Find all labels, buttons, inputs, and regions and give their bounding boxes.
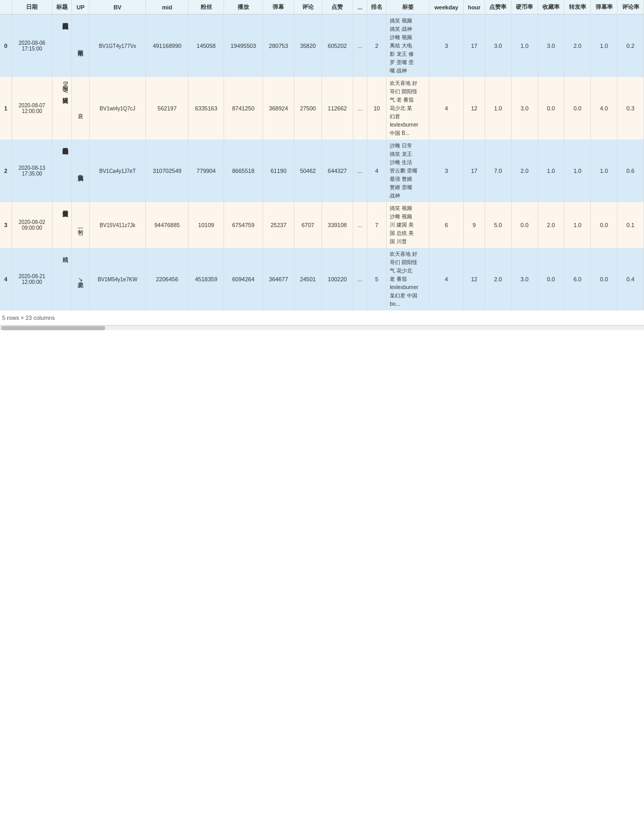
table-header-row: 日期 标题 UP BV mid 粉丝 播放 弹幕 评论 点赞 ... 排名 标签… <box>0 0 644 15</box>
table-cell: 94476885 <box>145 202 188 248</box>
table-cell: 19495503 <box>224 15 263 78</box>
table-cell: 8741250 <box>224 77 263 140</box>
table-cell: 3 <box>0 202 12 248</box>
table-cell-up: 演员管云鹏 <box>72 140 90 202</box>
table-cell: 0.2 <box>617 15 644 78</box>
table-cell: 4 <box>0 248 12 310</box>
table-cell: 12 <box>464 248 485 310</box>
col-header-coin-rate: 硬币率 <box>511 0 538 15</box>
table-cell: 2.0 <box>511 140 538 202</box>
table-cell: 17 <box>464 15 485 78</box>
table-cell: 779904 <box>189 140 224 202</box>
row-column-summary: 5 rows × 23 columns <box>2 315 55 321</box>
table-cell: 5 <box>367 248 387 310</box>
table-cell-title: 戏精 <box>52 248 72 310</box>
col-header-bv: BV <box>90 0 146 15</box>
table-body: 02020-08-06 17:15:00龙王赘婿连续剧第集已更新梦幻真龙王属歪嘴… <box>0 15 644 311</box>
table-cell: 112662 <box>321 77 353 140</box>
table-cell: 0.0 <box>564 77 591 140</box>
table-cell: 0.0 <box>538 77 564 140</box>
table-cell: BV1wt4y1Q7cJ <box>90 77 146 140</box>
table-cell: 2.0 <box>564 15 591 78</box>
table-cell: 4 <box>429 248 463 310</box>
table-cell: 339108 <box>321 202 353 248</box>
table-cell-date: 2020-08-13 17:35:00 <box>12 140 53 202</box>
table-cell: 145058 <box>189 15 224 78</box>
table-cell: BV1Ca4y1J7eT <box>90 140 146 202</box>
table-cell: 6707 <box>294 202 322 248</box>
table-cell: 4.0 <box>591 77 617 140</box>
scrollbar-thumb[interactable] <box>1 326 105 330</box>
table-cell: 2206456 <box>145 248 188 310</box>
table-cell: 280753 <box>263 15 294 78</box>
table-cell-tags: 沙雕 日常 搞笑 龙王 沙雕 生活 管云鹏 歪嘴 最强 赘婿 赘婿 歪嘴 战神 <box>387 140 429 202</box>
table-cell: 491168990 <box>145 15 188 78</box>
col-header-mid: mid <box>145 0 188 15</box>
table-cell-date: 2020-08-06 17:15:00 <box>12 15 53 78</box>
table-cell: 3.0 <box>538 15 564 78</box>
table-cell: 1.0 <box>591 15 617 78</box>
col-header-plays: 播放 <box>224 0 263 15</box>
table-row: 12020-08-07 12:00:00中国BOY超级大猩猩衰BV1wt4y1Q… <box>0 77 644 140</box>
table-cell: 644327 <box>321 140 353 202</box>
data-table-container: 日期 标题 UP BV mid 粉丝 播放 弹幕 评论 点赞 ... 排名 标签… <box>0 0 644 310</box>
table-cell: 6335163 <box>189 77 224 140</box>
table-cell: 1.0 <box>564 140 591 202</box>
table-cell: 7 <box>367 202 387 248</box>
table-cell: ... <box>353 202 367 248</box>
table-cell: 0.3 <box>617 77 644 140</box>
data-table: 日期 标题 UP BV mid 粉丝 播放 弹幕 评论 点赞 ... 排名 标签… <box>0 0 644 310</box>
table-cell: 100220 <box>321 248 353 310</box>
col-header-like-rate: 点赞率 <box>485 0 511 15</box>
table-cell: 4518359 <box>189 248 224 310</box>
table-cell: 6.0 <box>564 248 591 310</box>
table-cell: 25237 <box>263 202 294 248</box>
col-header-dots: ... <box>353 0 367 15</box>
scrollbar-row[interactable] <box>0 325 644 330</box>
table-cell: BV1M54y1e7KW <box>90 248 146 310</box>
col-header-rank: 排名 <box>367 0 387 15</box>
table-cell-title: 中国BOY超级大猩猩 <box>52 77 72 140</box>
table-cell-tags: 欢天喜地 好 哥们 阴阳怪 气 花少北 老 番茄 lexlexburner 某幻… <box>387 248 429 310</box>
table-cell: 0.1 <box>617 202 644 248</box>
table-row: 22020-08-13 17:35:00歪嘴战神来了各位好我是龙王管云鹏最后有彩… <box>0 140 644 202</box>
table-cell: 2.0 <box>538 202 564 248</box>
table-cell: 9 <box>464 202 485 248</box>
table-cell: BV1GT4y177Vx <box>90 15 146 78</box>
table-cell: 4 <box>429 77 463 140</box>
table-cell: ... <box>353 248 367 310</box>
col-header-fans: 粉丝 <box>189 0 224 15</box>
table-row: 42020-08-21 12:00:00戏精花少北↗BV1M54y1e7KW22… <box>0 248 644 310</box>
col-header-up: UP <box>72 0 90 15</box>
table-cell: 2 <box>0 140 12 202</box>
col-header-danmu-rate: 弹幕率 <box>591 0 617 15</box>
table-cell: 2.0 <box>485 248 511 310</box>
table-cell-tags: 搞笑 视频 沙雕 视频 川 建国 美 国 总统 美 国 川普 <box>387 202 429 248</box>
table-cell: 10 <box>367 77 387 140</box>
table-cell: 8665518 <box>224 140 263 202</box>
table-row: 02020-08-06 17:15:00龙王赘婿连续剧第集已更新梦幻真龙王属歪嘴… <box>0 15 644 78</box>
table-cell-up: 半藏同学 <box>72 15 90 78</box>
table-cell: 0 <box>0 15 12 78</box>
table-cell: ... <box>353 15 367 78</box>
table-cell: 17 <box>464 140 485 202</box>
col-header-title: 标题 <box>52 0 72 15</box>
col-header-share-rate: 转发率 <box>564 0 591 15</box>
table-cell: 368924 <box>263 77 294 140</box>
col-header-hour: hour <box>464 0 485 15</box>
table-cell: 1.0 <box>485 77 511 140</box>
col-header-weekday: weekday <box>429 0 463 15</box>
table-cell: 2 <box>367 15 387 78</box>
col-header-likes: 点赞 <box>321 0 353 15</box>
table-cell: 6 <box>429 202 463 248</box>
col-header-index <box>0 0 12 15</box>
table-cell: 310702549 <box>145 140 188 202</box>
table-cell: 12 <box>464 77 485 140</box>
table-cell: 0.0 <box>591 202 617 248</box>
table-cell: 27500 <box>294 77 322 140</box>
table-cell: 1.0 <box>564 202 591 248</box>
table-cell: 1.0 <box>538 140 564 202</box>
table-cell: 10109 <box>189 202 224 248</box>
table-cell: 3.0 <box>485 15 511 78</box>
table-cell: 1 <box>0 77 12 140</box>
